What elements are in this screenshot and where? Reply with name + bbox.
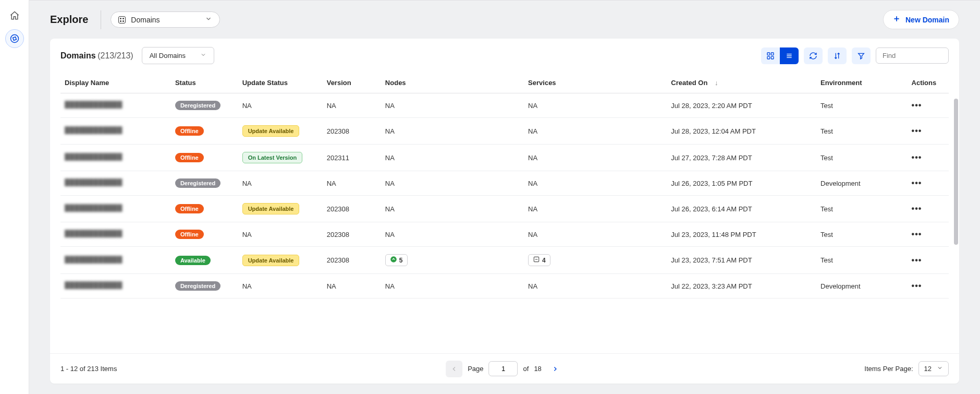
status-badge: Offline xyxy=(175,153,204,162)
update-available-badge: Update Available xyxy=(242,255,300,266)
svg-rect-7 xyxy=(771,56,774,59)
update-status-na: NA xyxy=(242,102,252,110)
row-actions-button[interactable]: ••• xyxy=(912,281,922,290)
display-name-redacted[interactable]: ████████████ xyxy=(65,204,123,212)
grid-view-button[interactable] xyxy=(761,47,780,64)
update-available-badge: Update Available xyxy=(242,125,300,137)
row-actions-button[interactable]: ••• xyxy=(912,126,922,135)
col-created-label: Created On xyxy=(671,79,707,87)
services-na: NA xyxy=(528,102,537,110)
explore-icon[interactable] xyxy=(5,29,24,48)
services-na: NA xyxy=(528,205,537,213)
version-value: 202308 xyxy=(327,205,349,213)
display-name-redacted[interactable]: ████████████ xyxy=(65,281,123,289)
display-name-redacted[interactable]: ████████████ xyxy=(65,256,123,264)
col-services[interactable]: Services xyxy=(524,73,667,93)
environment-value: Test xyxy=(820,127,833,135)
row-actions-button[interactable]: ••• xyxy=(912,178,922,187)
status-badge: Deregistered xyxy=(175,101,220,110)
row-actions-button[interactable]: ••• xyxy=(912,204,922,213)
chevron-down-icon xyxy=(205,15,212,24)
status-badge: Offline xyxy=(175,230,204,239)
services-na: NA xyxy=(528,180,537,187)
page-label: Page xyxy=(468,365,483,373)
domain-filter-select[interactable]: All Domains xyxy=(142,47,214,64)
table-row: ████████████AvailableUpdate Available202… xyxy=(60,247,949,274)
table-wrapper: Display Name Status Update Status Versio… xyxy=(50,73,959,353)
services-badge[interactable]: 4 xyxy=(528,254,550,266)
on-latest-badge: On Latest Version xyxy=(242,152,303,163)
arrow-up-circle-icon xyxy=(390,256,397,265)
version-value: 202308 xyxy=(327,127,349,135)
domain-picker[interactable]: Domains xyxy=(111,11,220,28)
view-toggle xyxy=(761,47,801,64)
domain-picker-label: Domains xyxy=(131,16,160,24)
search-input[interactable] xyxy=(876,47,949,64)
version-value: 202311 xyxy=(327,154,349,162)
created-on-value: Jul 28, 2023, 2:20 AM PDT xyxy=(671,102,752,110)
update-status-na: NA xyxy=(242,231,252,238)
col-created-on[interactable]: Created On ↓ xyxy=(667,73,816,93)
row-actions-button[interactable]: ••• xyxy=(912,256,922,265)
domains-table: Display Name Status Update Status Versio… xyxy=(60,73,949,299)
display-name-redacted[interactable]: ████████████ xyxy=(65,153,123,161)
services-na: NA xyxy=(528,282,537,290)
col-status[interactable]: Status xyxy=(171,73,238,93)
page-input[interactable] xyxy=(489,361,518,376)
nodes-badge[interactable]: 5 xyxy=(385,254,408,266)
header-bar: Explore Domains New Domain xyxy=(29,1,980,39)
list-view-button[interactable] xyxy=(780,47,799,64)
pagination: 1 - 12 of 213 Items Page of 18 Items Per… xyxy=(50,353,959,384)
created-on-value: Jul 26, 2023, 6:14 AM PDT xyxy=(671,205,752,213)
new-domain-button[interactable]: New Domain xyxy=(883,10,959,29)
svg-point-12 xyxy=(390,256,397,262)
services-count: 4 xyxy=(542,257,546,264)
col-display-name[interactable]: Display Name xyxy=(60,73,171,93)
display-name-redacted[interactable]: ████████████ xyxy=(65,230,123,237)
created-on-value: Jul 23, 2023, 7:51 AM PDT xyxy=(671,256,752,264)
display-name-redacted[interactable]: ████████████ xyxy=(65,101,123,109)
col-update-status[interactable]: Update Status xyxy=(238,73,323,93)
version-value: NA xyxy=(327,102,336,110)
col-actions[interactable]: Actions xyxy=(908,73,949,93)
col-version[interactable]: Version xyxy=(323,73,381,93)
of-label: of xyxy=(523,365,529,373)
row-actions-button[interactable]: ••• xyxy=(912,101,922,110)
services-na: NA xyxy=(528,154,537,162)
created-on-value: Jul 27, 2023, 7:28 AM PDT xyxy=(671,154,752,162)
display-name-redacted[interactable]: ████████████ xyxy=(65,126,123,134)
items-per-select[interactable]: 12 xyxy=(918,361,949,376)
table-row: ████████████DeregisteredNANANANAJul 26, … xyxy=(60,171,949,196)
col-environment[interactable]: Environment xyxy=(816,73,908,93)
home-icon[interactable] xyxy=(5,6,24,25)
display-name-redacted[interactable]: ████████████ xyxy=(65,178,123,186)
page-title: Explore xyxy=(50,14,88,26)
version-value: NA xyxy=(327,180,336,187)
table-row: ████████████OfflineUpdate Available20230… xyxy=(60,118,949,145)
status-badge: Offline xyxy=(175,204,204,213)
version-value: 202308 xyxy=(327,231,349,238)
col-nodes[interactable]: Nodes xyxy=(381,73,524,93)
environment-value: Test xyxy=(820,256,833,264)
nodes-na: NA xyxy=(385,205,395,213)
version-value: 202308 xyxy=(327,256,349,264)
nodes-na: NA xyxy=(385,127,395,135)
version-value: NA xyxy=(327,282,336,290)
next-page-button[interactable] xyxy=(547,361,564,377)
scrollbar[interactable] xyxy=(954,99,958,245)
sort-button[interactable] xyxy=(828,47,847,64)
status-badge: Deregistered xyxy=(175,281,220,291)
refresh-button[interactable] xyxy=(804,47,823,64)
items-per-label: Items Per Page: xyxy=(864,365,913,373)
row-actions-button[interactable]: ••• xyxy=(912,230,922,238)
divider xyxy=(101,10,101,29)
filter-button[interactable] xyxy=(852,47,871,64)
left-rail xyxy=(0,0,29,394)
update-available-badge: Update Available xyxy=(242,203,300,214)
row-actions-button[interactable]: ••• xyxy=(912,153,922,162)
grid-dots-icon xyxy=(118,16,126,23)
service-icon xyxy=(533,256,540,265)
prev-page-button[interactable] xyxy=(446,361,462,377)
filter-label: All Domains xyxy=(150,52,186,59)
svg-marker-11 xyxy=(859,53,864,59)
